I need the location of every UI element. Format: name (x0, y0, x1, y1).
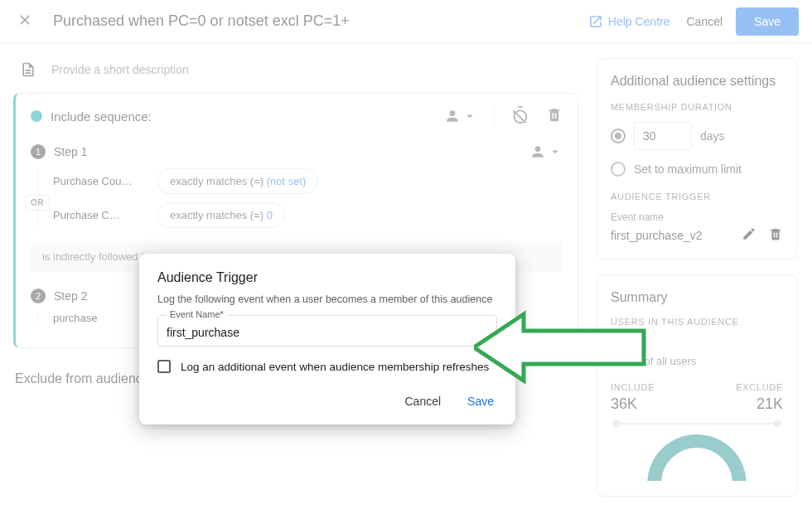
log-refresh-label: Log an additional event when audience me… (181, 361, 489, 373)
dialog-help-text: Log the following event when a user beco… (157, 293, 497, 305)
event-name-field-label: Event Name* (167, 309, 227, 319)
log-refresh-checkbox[interactable] (157, 360, 171, 373)
annotation-arrow (474, 285, 648, 410)
dialog-title: Audience Trigger (157, 270, 497, 285)
event-name-input[interactable] (158, 316, 496, 346)
event-name-field-wrapper: Event Name* (157, 315, 497, 347)
dialog-cancel-button[interactable]: Cancel (401, 390, 444, 413)
audience-trigger-dialog: Audience Trigger Log the following event… (139, 254, 515, 424)
